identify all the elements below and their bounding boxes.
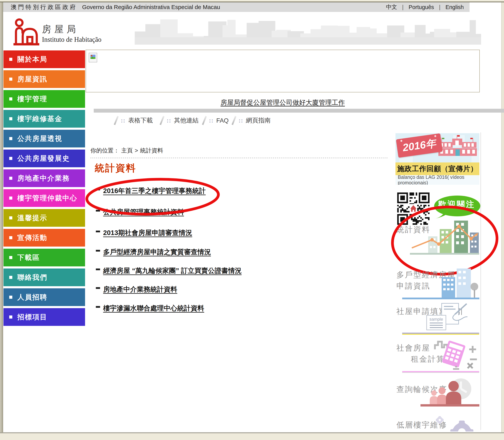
sidebar-item-building-mgmt[interactable]: 樓宇管理 bbox=[3, 90, 85, 108]
sidebar-item-about[interactable]: 關於本局 bbox=[3, 50, 85, 68]
square-bullet-icon bbox=[9, 316, 12, 318]
breadcrumb-prefix: 你的位置： bbox=[90, 147, 119, 154]
square-bullet-icon bbox=[9, 78, 12, 81]
notice-headline-link[interactable]: 房屋局督促公屋管理公司做好大廈管理工作 bbox=[220, 99, 345, 106]
sidebar-item-estate-agency[interactable]: 房地產中介業務 bbox=[3, 169, 85, 187]
dash-bullet-icon bbox=[96, 189, 100, 190]
lag-banner-subtitle: Balanço das LAG 2016( vídeos promocionai… bbox=[395, 175, 479, 185]
sidebar-item-label: 關於本局 bbox=[17, 55, 47, 64]
content-banner-box bbox=[86, 50, 480, 92]
browser-page: 澳 門 特 別 行 政 區 政 府 Governo da Região Admi… bbox=[0, 0, 504, 440]
lang-chinese-link[interactable]: 中文 bbox=[386, 3, 397, 11]
sidebar-item-label: 樓宇管理仲裁中心 bbox=[17, 193, 77, 203]
housing-bureau-logo-icon[interactable] bbox=[12, 17, 41, 47]
stat-link-social-housing-2013[interactable]: 2013期社會房屋申請審查情況 bbox=[96, 228, 192, 237]
right-column-divider bbox=[480, 132, 481, 430]
window-right-border bbox=[501, 2, 504, 432]
sidebar-item-label: 招標項目 bbox=[17, 312, 47, 322]
dots-marker-icon: :: bbox=[239, 117, 243, 124]
building-repair-graphic[interactable] bbox=[421, 414, 479, 432]
logo-title-pt: Instituto de Habitação bbox=[42, 36, 101, 43]
tab-faq[interactable]: :: FAQ bbox=[204, 115, 229, 126]
dotted-divider bbox=[90, 157, 388, 158]
square-bullet-icon bbox=[9, 97, 12, 100]
tab-label: 表格下載 bbox=[128, 116, 153, 125]
tab-label: 網頁指南 bbox=[246, 116, 271, 125]
broken-image-icon bbox=[89, 53, 97, 62]
tab-other-links[interactable]: :: 其他連結 bbox=[161, 115, 199, 126]
slash-separator-icon bbox=[114, 116, 119, 125]
slash-separator-icon bbox=[232, 116, 236, 125]
sidebar-item-recruitment[interactable]: 人員招聘 bbox=[3, 288, 85, 306]
tab-site-guide[interactable]: :: 網頁指南 bbox=[233, 115, 271, 126]
dots-marker-icon: :: bbox=[167, 117, 171, 124]
horizontal-divider-bar bbox=[94, 109, 504, 113]
link-label: 2013期社會房屋申請審查情況 bbox=[103, 228, 192, 237]
sidebar-item-housing-info[interactable]: 房屋資訊 bbox=[3, 70, 85, 88]
sidebar-item-contact[interactable]: 聯絡我們 bbox=[3, 269, 85, 286]
city-skyline-graphic bbox=[135, 16, 481, 45]
link-label: 2016年首三季之樓宇管理事務統計 bbox=[103, 186, 206, 195]
lang-portuguese-link[interactable]: Português bbox=[409, 4, 434, 10]
sidebar-item-label: 公共房屋發展史 bbox=[17, 154, 70, 163]
stat-link-public-housing-mgmt[interactable]: 公共房屋管理事務統計資料 bbox=[96, 207, 184, 217]
sidebar-item-label: 房地產中介業務 bbox=[17, 174, 70, 183]
breadcrumb-home-link[interactable]: 主頁 bbox=[121, 147, 133, 154]
sidebar-item-tips[interactable]: 溫馨提示 bbox=[3, 209, 85, 227]
multi-family-buildings-graphic[interactable] bbox=[402, 267, 479, 301]
square-bullet-icon bbox=[9, 117, 12, 120]
slash-separator-icon bbox=[160, 116, 164, 125]
stat-link-water-seepage-stats[interactable]: 樓宇滲漏水聯合處理中心統計資料 bbox=[96, 304, 204, 313]
dots-marker-icon: :: bbox=[121, 117, 125, 124]
sidebar-item-repair-fund[interactable]: 樓宇維修基金 bbox=[3, 110, 85, 128]
dots-marker-icon: :: bbox=[209, 117, 214, 124]
government-top-bar: 澳 門 特 別 行 政 區 政 府 Governo da Região Admi… bbox=[3, 2, 470, 12]
gov-name-pt: Governo da Região Administrativa Especia… bbox=[82, 4, 220, 10]
gov-name-zh: 澳 門 特 別 行 政 區 政 府 bbox=[11, 3, 76, 11]
slash-separator-icon bbox=[202, 116, 207, 125]
lang-english-link[interactable]: English bbox=[446, 4, 464, 10]
sidebar-item-housing-history[interactable]: 公共房屋發展史 bbox=[3, 150, 85, 167]
tab-form-downloads[interactable]: :: 表格下載 bbox=[115, 115, 153, 126]
sidebar-item-arbitration[interactable]: 樓宇管理仲裁中心 bbox=[3, 189, 85, 207]
window-bottom-band bbox=[0, 432, 504, 440]
breadcrumb-current: 統計資料 bbox=[140, 147, 163, 154]
sidebar-item-tenders[interactable]: 招標項目 bbox=[3, 308, 85, 326]
tab-label: FAQ bbox=[216, 117, 229, 124]
banner-rent-calc-link[interactable]: 社會房屋 bbox=[396, 343, 430, 353]
breadcrumb-separator: > bbox=[135, 147, 138, 154]
sidebar-item-downloads[interactable]: 下載區 bbox=[3, 249, 85, 266]
statistics-buildings-graphic[interactable] bbox=[410, 217, 479, 255]
link-label: 房地產中介業務統計資料 bbox=[103, 285, 177, 294]
application-guide-graphic[interactable]: sample bbox=[422, 302, 469, 333]
sidebar-item-label: 樓宇維修基金 bbox=[17, 114, 62, 124]
queue-people-clock-graphic[interactable] bbox=[421, 377, 479, 408]
square-bullet-icon bbox=[9, 137, 12, 140]
logo-title-zh: 房屋局 bbox=[42, 23, 79, 35]
stat-link-economic-housing-deeds[interactable]: 經濟房屋 “萬九輪候家團” 訂立買賣公證書情況 bbox=[96, 266, 242, 275]
sample-label: sample bbox=[430, 317, 443, 322]
square-bullet-icon bbox=[9, 177, 12, 180]
sidebar-menu: 關於本局 房屋資訊 樓宇管理 樓宇維修基金 公共房屋透視 公共房屋發展史 房地產… bbox=[3, 50, 85, 328]
sidebar-item-label: 溫馨提示 bbox=[17, 213, 47, 223]
square-bullet-icon bbox=[9, 296, 12, 299]
stat-link-estate-agency-stats[interactable]: 房地產中介業務統計資料 bbox=[96, 285, 177, 294]
sidebar-item-label: 樓宇管理 bbox=[17, 94, 47, 104]
square-bullet-icon bbox=[9, 157, 12, 160]
sidebar-item-label: 公共房屋透視 bbox=[17, 134, 62, 143]
square-bullet-icon bbox=[9, 276, 12, 279]
rent-calculator-graphic[interactable] bbox=[433, 338, 479, 371]
stat-link-multi-family-review[interactable]: 多戶型經濟房屋申請之實質審查情況 bbox=[96, 248, 211, 257]
link-label: 樓宇滲漏水聯合處理中心統計資料 bbox=[103, 304, 204, 313]
square-bullet-icon bbox=[9, 58, 12, 61]
follow-us-label: 歡迎關注 bbox=[433, 199, 481, 210]
sidebar-item-public-housing[interactable]: 公共房屋透視 bbox=[3, 130, 85, 147]
stat-link-building-mgmt-2016[interactable]: 2016年首三季之樓宇管理事務統計 bbox=[96, 186, 206, 195]
guide-underline-yellow bbox=[402, 334, 479, 335]
sidebar-item-label: 宣傳活動 bbox=[17, 233, 47, 243]
dash-bullet-icon bbox=[96, 231, 100, 232]
page-title: 統計資料 bbox=[95, 162, 136, 175]
lag-2016-banner[interactable]: 2016年 施政工作回顧（宣傳片） Balanço das LAG 2016( … bbox=[395, 133, 479, 185]
square-bullet-icon bbox=[9, 256, 12, 259]
sidebar-item-promotions[interactable]: 宣傳活動 bbox=[3, 229, 85, 247]
